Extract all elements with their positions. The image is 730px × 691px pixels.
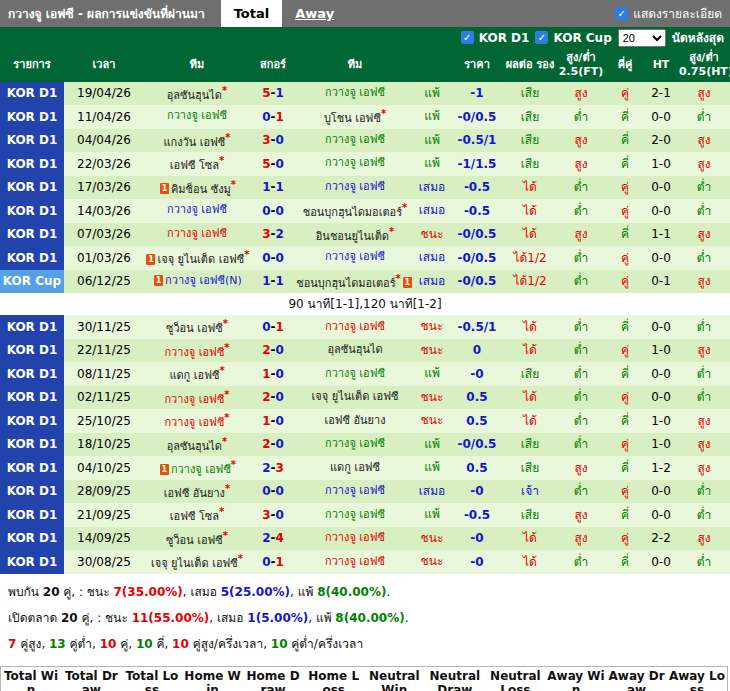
summary-segment: เปิดตลาด [8,611,61,625]
league-cell: KOR D1 [0,82,64,106]
column-header: ทีม [144,48,250,82]
over-under-ht-cell: สูง [678,223,730,247]
column-header: HT [644,48,678,82]
star-marker: * [224,412,229,423]
match-row: KOR D101/03/261เจจุ ยูไนเต็ด เอฟซี*0-0กว… [0,246,730,270]
home-goals: 0 [262,204,270,218]
summary-segment: 10 [136,637,153,651]
date-cell: 01/03/26 [64,246,144,270]
handicap-cell: 0.5 [450,386,504,410]
date-cell: 21/09/25 [64,503,144,527]
summary-segment: , แพ้ [308,611,335,625]
over-under-ht-cell: สูง [678,409,730,433]
team-name: กวางจู เอฟซี [325,133,385,146]
team-name: ซูว็อน เอฟซี [166,533,223,546]
over-under-ft-cell: ต่ำ [556,386,606,410]
star-marker: * [381,108,386,119]
odd-even-cell: คี่ [606,456,644,480]
summary-segment: 20 [61,611,78,625]
league-cell: KOR D1 [0,480,64,504]
stats-column-header: Away Draw [606,666,667,691]
away-team-cell: แดกู เอฟซี [296,456,414,480]
tab-total[interactable]: Total [221,0,283,27]
team-name: อุลซันฮุนได [327,343,382,356]
kor-cup-checkbox[interactable]: ✓ [535,31,548,44]
home-goals: 5 [262,86,270,100]
score-cell: 0-0 [250,199,296,223]
summary-segment: คู่, : ชนะ [60,585,114,599]
kor-d1-checkbox[interactable]: ✓ [461,31,474,44]
team-name: บูโชน เอฟซี [324,112,381,125]
handicap-cell: -0 [450,550,504,574]
extra-time-note-row: 90 นาที[1-1],120 นาที[1-2] [0,293,730,315]
home-team-cell: เอฟซี โซล* [144,503,250,527]
team-name: กวางจู เอฟซี [325,367,385,380]
over-under-ht-cell: สูง [678,527,730,551]
team-name: กวางจู เอฟซี [164,345,224,358]
home-goals: 2 [262,461,270,475]
team-name: กวางจู เอฟซี [325,86,385,99]
filter-bar: ✓ KOR D1 ✓ KOR Cup 20 นัดหลังสุด [0,27,730,48]
home-team-cell: กวางจู เอฟซี [144,223,250,247]
handicap-cell: -0.5/1 [450,315,504,339]
away-team-cell: เอฟซี อันยาง [296,409,414,433]
over-under-ht-cell: ต่ำ [678,480,730,504]
league-cell: KOR Cup [0,270,64,294]
team-badge-icon: 1 [154,275,163,286]
kor-d1-label: KOR D1 [479,31,530,45]
home-goals: 3 [262,227,270,241]
over-under-ht-cell: ต่ำ [678,386,730,410]
recent-count-select[interactable]: 20 [618,29,666,47]
team-name: อินชอนยูไนเต็ด [316,229,389,242]
over-under-ht-cell: สูง [678,152,730,176]
result-cell: เสมอ [414,246,450,270]
match-row: KOR D108/11/25แดกู เอฟซี*1-0กวางจู เอฟซี… [0,362,730,386]
handicap-cell: -1 [450,82,504,106]
away-team-cell: เจจุ ยูไนเต็ด เอฟซี [296,386,414,410]
away-team-cell: กวางจู เอฟซี [296,550,414,574]
away-team-cell: กวางจู เอฟซี [296,246,414,270]
team-name: กวางจู เอฟซี [167,227,227,240]
recent-count-label: นัดหลังสุด [672,28,724,47]
tab-away[interactable]: Away [282,0,347,27]
league-cell: KOR D1 [0,409,64,433]
show-detail-checkbox[interactable]: ✓ [615,7,628,20]
away-goals: 0 [275,437,283,451]
stats-column-header: Home Win [182,666,243,691]
over-under-ft-cell: สูง [556,129,606,153]
team-name: กวางจู เอฟซี [325,484,385,497]
star-marker: * [231,459,236,470]
summary-segment: , เสมอ [183,585,221,599]
halftime-score-cell: 1-2 [644,456,678,480]
stats-column-header: Total Win [1,666,62,691]
score-cell: 0-1 [250,315,296,339]
over-under-ht-cell: สูง [678,82,730,106]
result-cell: ชนะ [414,386,450,410]
team-name: ซูว็อน เอฟซี [166,322,223,335]
over-under-ht-cell: สูง [678,129,730,153]
away-goals: 0 [275,343,283,357]
summary-market: เปิดตลาด 20 คู่, : ชนะ 11(55.00%), เสมอ … [8,608,722,627]
check-icon: ✓ [538,32,546,43]
match-history-table: รายการเวลาทีมสกอร์ทีมราคาผลต่อ รองสูง/ต่… [0,48,730,574]
team-name: กวางจู เอฟซี [164,416,224,429]
match-row: KOR D122/03/26เอฟซี โซล*5-0กวางจู เอฟซีแ… [0,152,730,176]
result-cell: แพ้ [414,105,450,129]
handicap-result-cell: เสีย [504,105,556,129]
home-team-cell: อุลซันฮุนได* [144,82,250,106]
match-row: KOR D104/04/26แกงวัน เอฟซี*3-0กวางจู เอฟ… [0,129,730,153]
score-cell: 3-0 [250,503,296,527]
away-goals: 4 [275,531,283,545]
handicap-result-cell: เสีย [504,503,556,527]
handicap-cell: -0/0.5 [450,105,504,129]
home-goals: 3 [262,133,270,147]
league-cell: KOR D1 [0,152,64,176]
date-cell: 19/04/26 [64,82,144,106]
away-goals: 1 [275,86,283,100]
date-cell: 22/03/26 [64,152,144,176]
score-cell: 0-0 [250,480,296,504]
away-goals: 0 [275,204,283,218]
team-name: เอฟซี อันยาง [164,486,225,499]
summary-segment: คู่สูง/ครึ่งเวลา, [189,637,271,651]
score-cell: 5-1 [250,82,296,106]
